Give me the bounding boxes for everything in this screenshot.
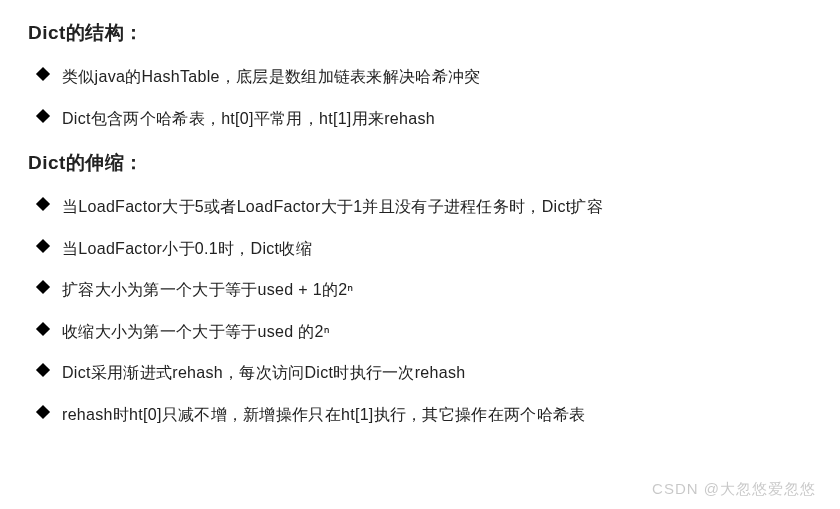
watermark: CSDN @大忽悠爱忽悠 bbox=[652, 480, 816, 499]
diamond-icon bbox=[36, 67, 50, 81]
list-item: 当LoadFactor小于0.1时，Dict收缩 bbox=[38, 236, 812, 262]
diamond-icon bbox=[36, 322, 50, 336]
section-heading: Dict的伸缩： bbox=[28, 148, 812, 178]
diamond-icon bbox=[36, 109, 50, 123]
list-item-text: Dict包含两个哈希表，ht[0]平常用，ht[1]用来rehash bbox=[62, 110, 435, 127]
list-item-text: rehash时ht[0]只减不增，新增操作只在ht[1]执行，其它操作在两个哈希… bbox=[62, 406, 586, 423]
list-item: rehash时ht[0]只减不增，新增操作只在ht[1]执行，其它操作在两个哈希… bbox=[38, 402, 812, 428]
list-item-text: 类似java的HashTable，底层是数组加链表来解决哈希冲突 bbox=[62, 68, 481, 85]
list-item: 收缩大小为第一个大于等于used 的2ⁿ bbox=[38, 319, 812, 345]
list-item: 类似java的HashTable，底层是数组加链表来解决哈希冲突 bbox=[38, 64, 812, 90]
list-item-text: Dict采用渐进式rehash，每次访问Dict时执行一次rehash bbox=[62, 364, 465, 381]
list-item-text: 当LoadFactor大于5或者LoadFactor大于1并且没有子进程任务时，… bbox=[62, 198, 603, 215]
diamond-icon bbox=[36, 197, 50, 211]
document-page: Dict的结构： 类似java的HashTable，底层是数组加链表来解决哈希冲… bbox=[0, 0, 840, 428]
section-heading: Dict的结构： bbox=[28, 18, 812, 48]
list-item: 当LoadFactor大于5或者LoadFactor大于1并且没有子进程任务时，… bbox=[38, 194, 812, 220]
diamond-icon bbox=[36, 280, 50, 294]
list-item-text: 收缩大小为第一个大于等于used 的2ⁿ bbox=[62, 323, 330, 340]
diamond-icon bbox=[36, 405, 50, 419]
list-item: 扩容大小为第一个大于等于used + 1的2ⁿ bbox=[38, 277, 812, 303]
diamond-icon bbox=[36, 363, 50, 377]
bullet-list: 当LoadFactor大于5或者LoadFactor大于1并且没有子进程任务时，… bbox=[28, 194, 812, 428]
list-item: Dict采用渐进式rehash，每次访问Dict时执行一次rehash bbox=[38, 360, 812, 386]
list-item-text: 扩容大小为第一个大于等于used + 1的2ⁿ bbox=[62, 281, 353, 298]
list-item-text: 当LoadFactor小于0.1时，Dict收缩 bbox=[62, 240, 312, 257]
bullet-list: 类似java的HashTable，底层是数组加链表来解决哈希冲突 Dict包含两… bbox=[28, 64, 812, 131]
diamond-icon bbox=[36, 238, 50, 252]
list-item: Dict包含两个哈希表，ht[0]平常用，ht[1]用来rehash bbox=[38, 106, 812, 132]
